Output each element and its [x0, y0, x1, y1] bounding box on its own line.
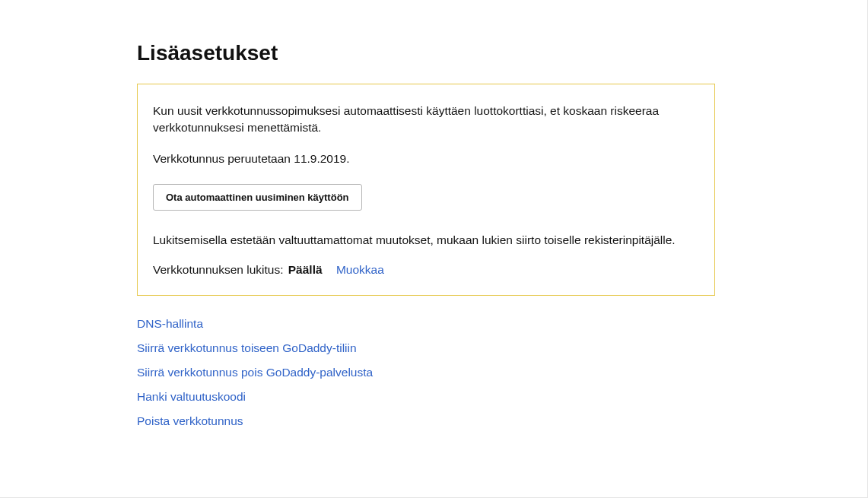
page-title: Lisäasetukset — [137, 41, 730, 65]
lock-status-line: Verkkotunnuksen lukitus: Päällä Muokkaa — [153, 263, 699, 277]
dns-management-link[interactable]: DNS-hallinta — [137, 317, 203, 330]
enable-auto-renew-button[interactable]: Ota automaattinen uusiminen käyttöön — [153, 184, 362, 211]
get-auth-code-link[interactable]: Hanki valtuutuskoodi — [137, 390, 246, 403]
transfer-away-from-godaddy-link[interactable]: Siirrä verkkotunnus pois GoDaddy-palvelu… — [137, 366, 373, 379]
lock-status-label: Verkkotunnuksen lukitus: — [153, 263, 283, 276]
transfer-to-godaddy-account-link[interactable]: Siirrä verkkotunnus toiseen GoDaddy-tili… — [137, 341, 357, 354]
lock-status-value: Päällä — [288, 263, 323, 276]
action-link-list: DNS-hallinta Siirrä verkkotunnus toiseen… — [137, 317, 730, 428]
lock-description: Lukitsemisella estetään valtuuttamattoma… — [153, 232, 699, 249]
cancel-date-info: Verkkotunnus peruutetaan 11.9.2019. — [153, 151, 699, 167]
notice-box: Kun uusit verkkotunnussopimuksesi automa… — [137, 84, 715, 296]
edit-lock-link[interactable]: Muokkaa — [336, 263, 384, 276]
auto-renew-info: Kun uusit verkkotunnussopimuksesi automa… — [153, 103, 699, 137]
delete-domain-link[interactable]: Poista verkkotunnus — [137, 414, 243, 427]
